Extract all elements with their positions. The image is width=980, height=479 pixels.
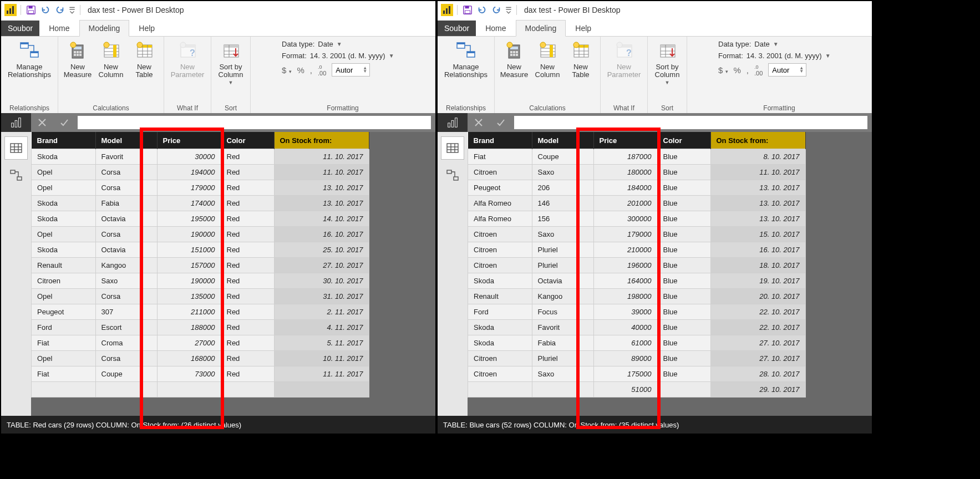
- table-row[interactable]: Skoda Octavia 195000 Red 14. 10. 2017: [32, 211, 369, 227]
- thousands-button[interactable]: ,: [747, 65, 749, 75]
- table-row[interactable]: [32, 382, 369, 398]
- cell-price[interactable]: 179000: [157, 180, 221, 196]
- cell-model[interactable]: Saxo: [95, 273, 157, 289]
- cell-model[interactable]: 206: [532, 180, 593, 196]
- cell-brand[interactable]: Citroen: [468, 351, 532, 366]
- cell-color[interactable]: Blue: [657, 242, 710, 258]
- cell-color[interactable]: Blue: [657, 289, 710, 304]
- cell-date[interactable]: 22. 10. 2017: [710, 304, 805, 320]
- new-measure-button[interactable]: New Measure: [62, 39, 94, 80]
- formula-cancel-button[interactable]: [468, 113, 490, 132]
- format-dropdown[interactable]: Format: 14. 3. 2001 (d. M. yyyy) ▼: [718, 52, 840, 60]
- manage-relationships-button[interactable]: Manage Relationships: [441, 39, 491, 80]
- cell-price[interactable]: 300000: [593, 211, 657, 227]
- cell-date[interactable]: 10. 11. 2017: [274, 351, 369, 366]
- cell-color[interactable]: Blue: [657, 351, 710, 366]
- cell-price[interactable]: 30000: [157, 149, 221, 165]
- cell-color[interactable]: Blue: [657, 165, 710, 180]
- cell-brand[interactable]: Opel: [32, 289, 96, 304]
- cell-date[interactable]: 11. 10. 2017: [274, 165, 369, 180]
- cell-model[interactable]: Coupe: [95, 366, 157, 382]
- cell-price[interactable]: 198000: [593, 289, 657, 304]
- col-header-date[interactable]: On Stock from:: [274, 132, 369, 149]
- cell-price[interactable]: 179000: [593, 227, 657, 242]
- cell-date[interactable]: 13. 10. 2017: [710, 211, 805, 227]
- cell-color[interactable]: Red: [221, 196, 274, 211]
- new-column-button[interactable]: New Column: [95, 39, 127, 80]
- cell-brand[interactable]: Skoda: [32, 149, 96, 165]
- tab-home[interactable]: Home: [476, 20, 515, 36]
- manage-relationships-button[interactable]: Manage Relationships: [4, 39, 54, 80]
- table-row[interactable]: Fiat Croma 27000 Red 5. 11. 2017: [32, 335, 369, 351]
- tab-modeling[interactable]: Modeling: [79, 20, 130, 37]
- cell-price[interactable]: 190000: [157, 273, 221, 289]
- tab-help[interactable]: Help: [129, 20, 164, 36]
- tab-modeling[interactable]: Modeling: [516, 20, 566, 37]
- cell-date[interactable]: [274, 382, 369, 398]
- cell-color[interactable]: Red: [221, 165, 274, 180]
- cell-brand[interactable]: Skoda: [32, 242, 96, 258]
- cell-brand[interactable]: Renault: [468, 289, 532, 304]
- cell-date[interactable]: 16. 10. 2017: [274, 227, 369, 242]
- cell-brand[interactable]: Skoda: [32, 211, 96, 227]
- cell-model[interactable]: Corsa: [95, 180, 157, 196]
- cell-price[interactable]: 157000: [157, 258, 221, 273]
- cell-color[interactable]: Red: [221, 273, 274, 289]
- formula-cancel-button[interactable]: [31, 113, 53, 132]
- cell-model[interactable]: Corsa: [95, 289, 157, 304]
- cell-price[interactable]: 190000: [157, 227, 221, 242]
- cell-model[interactable]: Corsa: [95, 351, 157, 366]
- cell-brand[interactable]: Peugeot: [32, 304, 96, 320]
- cell-price[interactable]: 201000: [593, 196, 657, 211]
- cell-date[interactable]: 11. 10. 2017: [710, 165, 805, 180]
- cell-date[interactable]: 13. 10. 2017: [274, 180, 369, 196]
- cell-model[interactable]: Focus: [532, 304, 593, 320]
- undo-button[interactable]: [39, 4, 52, 16]
- new-table-button[interactable]: New Table: [128, 39, 160, 80]
- table-row[interactable]: Opel Corsa 194000 Red 11. 10. 2017: [32, 165, 369, 180]
- table-row[interactable]: Fiat Coupe 73000 Red 11. 11. 2017: [32, 366, 369, 382]
- cell-date[interactable]: 30. 10. 2017: [274, 273, 369, 289]
- data-grid[interactable]: Brand Model Price Color On Stock from: F…: [468, 132, 872, 416]
- cell-model[interactable]: [532, 382, 593, 398]
- table-row[interactable]: 51000 29. 10. 2017: [468, 382, 806, 398]
- table-row[interactable]: Citroen Saxo 179000 Blue 15. 10. 2017: [468, 227, 806, 242]
- qat-customize-button[interactable]: [68, 4, 76, 16]
- sort-by-column-button[interactable]: Sort by Column▼: [215, 39, 247, 88]
- redo-button[interactable]: [490, 4, 502, 16]
- new-table-button[interactable]: New Table: [565, 39, 597, 80]
- cell-color[interactable]: Red: [221, 258, 274, 273]
- save-button[interactable]: [25, 4, 37, 16]
- cell-brand[interactable]: Fiat: [32, 335, 96, 351]
- qat-customize-button[interactable]: [505, 4, 512, 16]
- cell-color[interactable]: [657, 382, 710, 398]
- new-column-button[interactable]: New Column: [531, 39, 563, 80]
- rail-report-view[interactable]: [438, 113, 468, 132]
- decimal-icon[interactable]: .0.00: [754, 63, 763, 77]
- col-header-date[interactable]: On Stock from:: [710, 132, 805, 149]
- tab-home[interactable]: Home: [39, 20, 79, 36]
- cell-brand[interactable]: Citroen: [468, 242, 532, 258]
- cell-brand[interactable]: Opel: [32, 351, 96, 366]
- table-row[interactable]: Skoda Octavia 151000 Red 25. 10. 2017: [32, 242, 369, 258]
- tab-help[interactable]: Help: [566, 20, 601, 36]
- col-header-brand[interactable]: Brand: [468, 132, 532, 149]
- cell-date[interactable]: 29. 10. 2017: [710, 382, 805, 398]
- cell-price[interactable]: 187000: [593, 149, 657, 165]
- cell-model[interactable]: Kangoo: [532, 289, 593, 304]
- sort-by-column-button[interactable]: Sort by Column▼: [651, 39, 683, 88]
- percent-button[interactable]: %: [734, 65, 741, 75]
- cell-price[interactable]: 174000: [157, 196, 221, 211]
- cell-color[interactable]: Blue: [657, 211, 710, 227]
- cell-model[interactable]: Fabia: [532, 335, 593, 351]
- cell-brand[interactable]: [468, 382, 532, 398]
- cell-date[interactable]: 2. 11. 2017: [274, 304, 369, 320]
- cell-model[interactable]: Octavia: [532, 273, 593, 289]
- table-row[interactable]: Citroen Pluriel 210000 Blue 16. 10. 2017: [468, 242, 806, 258]
- cell-color[interactable]: Blue: [657, 304, 710, 320]
- cell-brand[interactable]: Alfa Romeo: [468, 196, 532, 211]
- cell-model[interactable]: 307: [95, 304, 157, 320]
- formula-commit-button[interactable]: [490, 113, 512, 132]
- cell-model[interactable]: Coupe: [532, 149, 593, 165]
- table-row[interactable]: Opel Corsa 179000 Red 13. 10. 2017: [32, 180, 369, 196]
